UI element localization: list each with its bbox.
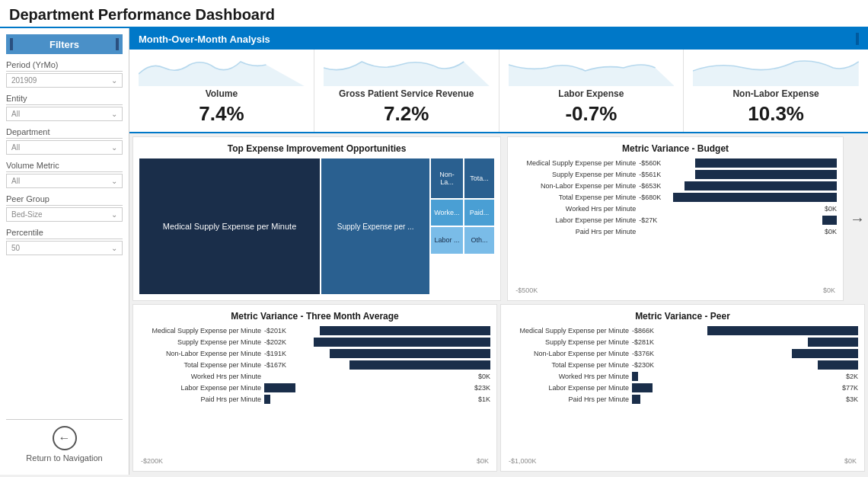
filter-select-0[interactable]: 201909⌄ <box>6 73 123 88</box>
sidebar: Filters Period (YrMo) 201909⌄ Entity All… <box>0 28 129 475</box>
kpi-value-1: 7.2% <box>324 102 490 126</box>
bar-row: Supply Expense per Minute -$202K <box>139 338 490 347</box>
filter-label-0: Period (YrMo) <box>6 60 123 72</box>
arrow-nav[interactable]: → <box>847 133 868 304</box>
panel-header: Month-Over-Month Analysis <box>129 28 868 50</box>
bar-row: Paid Hrs per Minute $1K <box>139 395 490 404</box>
filter-group-5: Percentile 50⌄ <box>6 228 123 255</box>
sidebar-header: Filters <box>6 34 123 54</box>
filter-label-5: Percentile <box>6 228 123 239</box>
treemap-cell-worked[interactable]: Worke... <box>431 200 462 226</box>
filter-label-2: Department <box>6 127 123 139</box>
kpi-title-0: Volume <box>139 88 305 99</box>
bar-row: Non-Labor Expense per Minute -$376K <box>507 349 858 358</box>
filter-select-2[interactable]: All⌄ <box>6 140 123 155</box>
bar-row: Worked Hrs per Minute $2K <box>507 372 858 381</box>
filter-select-3[interactable]: All⌄ <box>6 174 123 188</box>
bar-row: Paid Hrs per Minute $3K <box>507 395 858 404</box>
bar-row: Worked Hrs per Minute $0K <box>139 372 490 381</box>
filter-group-0: Period (YrMo) 201909⌄ <box>6 60 123 88</box>
treemap-cell-labor[interactable]: Labor ... <box>431 227 462 253</box>
treemap-panel: Top Expense Improvement Opportunities Me… <box>132 136 501 301</box>
bar-row: Medical Supply Expense per Minute -$560K <box>514 158 837 168</box>
filter-select-4[interactable]: Bed-Size⌄ <box>6 207 123 222</box>
metric-peer-panel: Metric Variance - Peer Medical Supply Ex… <box>500 304 865 472</box>
kpi-card-0: Volume 7.4% <box>129 50 314 132</box>
filter-select-5[interactable]: 50⌄ <box>6 241 123 255</box>
treemap-cell-nonla[interactable]: Non-La... <box>431 158 462 198</box>
bar-row: Labor Expense per Minute $77K <box>507 383 858 392</box>
kpi-row: Volume 7.4% Gross Patient Service Revenu… <box>129 50 868 133</box>
treemap-cell-medical[interactable]: Medical Supply Expense per Minute <box>139 158 320 294</box>
filter-label-3: Volume Metric <box>6 161 123 172</box>
page-title: Department Performance Dashboard <box>0 0 868 28</box>
kpi-value-2: -0.7% <box>509 102 675 126</box>
treemap-cell-paid[interactable]: Paid... <box>464 200 495 226</box>
kpi-card-3: Non-Labor Expense 10.3% <box>684 50 868 132</box>
filter-group-2: Department All⌄ <box>6 127 123 155</box>
bar-row: Non-Labor Expense per Minute -$191K <box>139 349 490 358</box>
return-to-navigation-button[interactable]: ← Return to Navigation <box>6 426 123 463</box>
bar-row: Worked Hrs per Minute $0K <box>514 204 837 213</box>
bar-row: Medical Supply Expense per Minute -$866K <box>507 326 858 335</box>
kpi-title-3: Non-Labor Expense <box>693 88 859 99</box>
bar-row: Total Expense per Minute -$680K <box>514 193 837 202</box>
treemap-cell-supply[interactable]: Supply Expense per ... <box>321 158 429 294</box>
bar-row: Medical Supply Expense per Minute -$201K <box>139 326 490 335</box>
bar-row: Total Expense per Minute -$167K <box>139 360 490 370</box>
metric-budget-panel: Metric Variance - Budget Medical Supply … <box>507 136 844 301</box>
bar-row: Labor Expense per Minute $23K <box>139 383 490 392</box>
kpi-card-1: Gross Patient Service Revenue 7.2% <box>314 50 499 132</box>
filter-group-4: Peer Group Bed-Size⌄ <box>6 194 123 222</box>
treemap-cell-total[interactable]: Tota... <box>464 158 495 198</box>
bar-row: Supply Expense per Minute -$561K <box>514 170 837 179</box>
metric-three-panel: Metric Variance - Three Month Average Me… <box>132 304 497 472</box>
bar-row: Total Expense per Minute -$230K <box>507 360 858 370</box>
bar-row: Labor Expense per Minute -$27K <box>514 216 837 225</box>
filter-group-1: Entity All⌄ <box>6 94 123 121</box>
bar-row: Paid Hrs per Minute $0K <box>514 227 837 236</box>
bar-row: Supply Expense per Minute -$281K <box>507 338 858 347</box>
filter-label-4: Peer Group <box>6 194 123 206</box>
filter-select-1[interactable]: All⌄ <box>6 107 123 121</box>
kpi-card-2: Labor Expense -0.7% <box>499 50 685 132</box>
kpi-title-1: Gross Patient Service Revenue <box>324 88 490 99</box>
filter-group-3: Volume Metric All⌄ <box>6 161 123 188</box>
filter-label-1: Entity <box>6 94 123 105</box>
kpi-title-2: Labor Expense <box>509 88 675 99</box>
kpi-value-3: 10.3% <box>693 102 859 126</box>
kpi-value-0: 7.4% <box>139 102 305 126</box>
bar-row: Non-Labor Expense per Minute -$653K <box>514 181 837 190</box>
treemap-cell-other[interactable]: Oth... <box>464 227 495 253</box>
